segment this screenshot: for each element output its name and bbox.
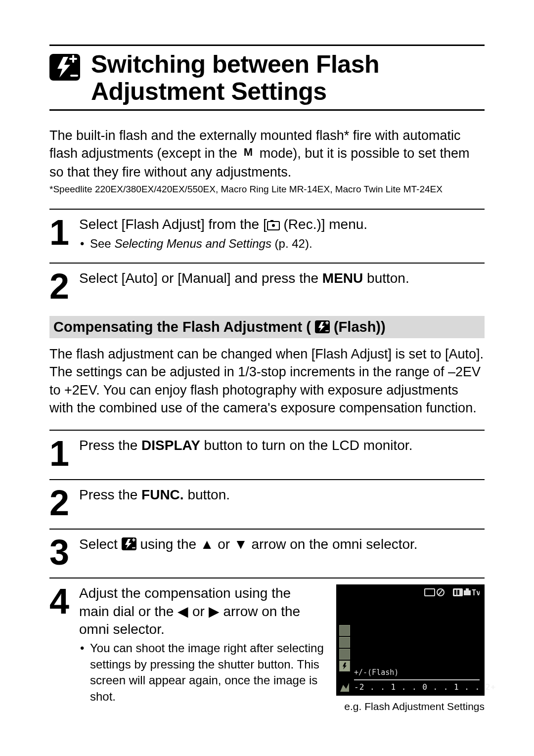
lcd-figure: Tv +/-(Flash) [336,584,485,712]
lcd-label-flash: +/-(Flash) [354,668,399,677]
lcd-side-item [339,649,350,660]
lcd-screen: Tv +/-(Flash) [336,584,485,696]
step-1: 1 Select [Flash Adjust] from the [ (Rec.… [49,209,485,263]
step-2: 2 Select [Auto] or [Manual] and press th… [49,263,485,312]
step-heading: Press the FUNC. button. [79,486,485,504]
primary-steps: 1 Select [Flash Adjust] from the [ (Rec.… [49,209,485,311]
flash-compensation-icon [315,320,330,333]
svg-line-23 [439,590,443,595]
histogram-icon [339,682,350,693]
svg-rect-25 [454,590,456,595]
svg-text:M: M [244,146,253,158]
svg-point-9 [272,224,275,227]
step-number: 2 [49,486,79,518]
lcd-side-item [339,637,350,648]
lcd-caption: e.g. Flash Adjustment Settings [336,701,485,712]
step-bullet: You can shoot the image right after sele… [79,640,324,705]
subsection-heading: Compensating the Flash Adjustment ( (Fla… [49,316,485,338]
step-heading: Press the DISPLAY button to turn on the … [79,437,485,454]
flash-adjust-icon [49,54,80,81]
footnote: *Speedlite 220EX/380EX/420EX/550EX, Macr… [49,184,485,195]
intro-paragraph: The built-in flash and the externally mo… [49,127,485,181]
step-number: 1 [49,216,79,252]
step-heading: Select using the ▲ or ▼ arrow on the omn… [79,535,485,553]
svg-text:Tv: Tv [472,588,480,596]
section-title: Switching between Flash Adjustment Setti… [91,51,485,105]
step-heading: Adjust the compensation using the main d… [79,584,324,638]
svg-rect-28 [466,588,469,591]
quality-size-icons [424,588,445,596]
lcd-side-menu [339,625,350,671]
svg-marker-30 [343,663,347,669]
step-s4: 4 Adjust the compensation using the main… [49,578,485,723]
svg-marker-31 [340,683,349,692]
step-s3: 3 Select using the ▲ or ▼ arrow on the o… [49,529,485,578]
step-s2: 2 Press the FUNC. button. [49,479,485,529]
mode-m-icon: M [241,145,256,163]
step-heading: Select [Flash Adjust] from the [ (Rec.)]… [79,216,485,233]
step-s1: 1 Press the DISPLAY button to turn on th… [49,430,485,479]
lcd-side-item [339,625,350,636]
step-bullet: See Selecting Menus and Settings (p. 42)… [79,236,485,252]
svg-rect-21 [425,589,434,595]
step-number: 1 [49,437,79,468]
section-title-block: Switching between Flash Adjustment Setti… [49,44,485,111]
flash-compensation-icon [122,537,136,550]
step-heading: Select [Auto] or [Manual] and press the … [79,269,485,287]
lcd-scale: -2 . . 1 . . 0 . . 1 . . 2+ [354,682,480,692]
subsection-description: The flash adjustment can be changed when… [49,345,485,417]
lcd-side-item-selected [339,661,350,671]
secondary-steps: 1 Press the DISPLAY button to turn on th… [49,430,485,723]
step-number: 2 [49,269,79,301]
svg-rect-26 [457,590,459,595]
svg-rect-8 [270,220,273,222]
mode-icons: Tv [453,588,480,596]
step-number: 3 [49,535,79,567]
camera-rec-icon [267,217,280,228]
step-number: 4 [49,584,79,712]
svg-rect-27 [464,590,471,595]
